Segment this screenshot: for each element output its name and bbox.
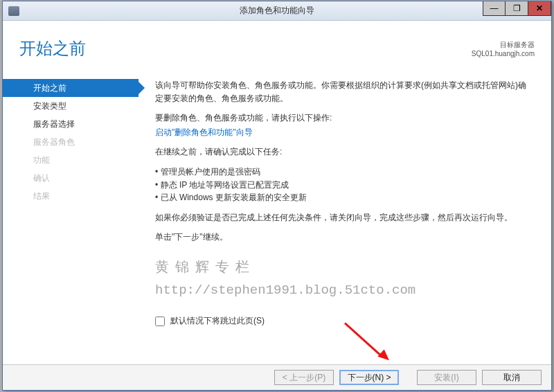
- watermark-title: 黄 锦 辉 专 栏: [155, 256, 532, 278]
- sidebar-item-before-you-begin[interactable]: 开始之前: [3, 79, 138, 97]
- verify-text: 如果你必须验证是否已完成上述任何先决条件，请关闭向导，完成这些步骤，然后再次运行…: [155, 211, 532, 224]
- page-title: 开始之前: [19, 37, 86, 60]
- skip-page-label: 默认情况下将跳过此页(S): [170, 314, 265, 328]
- next-button[interactable]: 下一步(N) >: [339, 370, 399, 385]
- sidebar-item-server-selection[interactable]: 服务器选择: [3, 115, 138, 133]
- next-hint: 单击"下一步"继续。: [155, 231, 532, 244]
- close-button[interactable]: ✕: [528, 1, 551, 16]
- intro-text: 该向导可帮助你安装角色、角色服务或功能。你需要根据组织的计算要求(例如共享文档或…: [155, 79, 532, 105]
- main-panel: 该向导可帮助你安装角色、角色服务或功能。你需要根据组织的计算要求(例如共享文档或…: [138, 21, 551, 366]
- sidebar-item-installation-type[interactable]: 安装类型: [3, 97, 138, 115]
- prereq-item: 已从 Windows 更新安装最新的安全更新: [155, 191, 532, 204]
- target-server-value: SQL01.huangjh.com: [472, 49, 535, 58]
- prereq-item: 静态 IP 地址等网络设置已配置完成: [155, 179, 532, 192]
- footer-bar: < 上一步(P) 下一步(N) > 安装(I) 取消: [3, 364, 551, 390]
- maximize-button[interactable]: ❐: [506, 1, 528, 16]
- target-server-label: 目标服务器: [472, 40, 535, 49]
- minimize-button[interactable]: —: [483, 1, 506, 16]
- window-icon: [8, 6, 19, 16]
- previous-button: < 上一步(P): [274, 370, 334, 385]
- watermark-url: http://stephen1991.blog.51cto.com: [155, 280, 532, 301]
- sidebar-item-results: 结果: [3, 187, 138, 205]
- prereq-label: 在继续之前，请确认完成以下任务:: [155, 145, 532, 159]
- sidebar-item-features: 功能: [3, 151, 138, 169]
- window-controls: — ❐ ✕: [483, 1, 551, 16]
- window-title: 添加角色和功能向导: [240, 5, 314, 17]
- remove-label: 要删除角色、角色服务或功能，请执行以下操作:: [155, 112, 532, 125]
- sidebar: 开始之前 安装类型 服务器选择 服务器角色 功能 确认 结果: [3, 21, 138, 366]
- content-area: 开始之前 安装类型 服务器选择 服务器角色 功能 确认 结果 该向导可帮助你安装…: [3, 21, 551, 366]
- cancel-button[interactable]: 取消: [482, 370, 542, 385]
- title-bar[interactable]: 添加角色和功能向导 — ❐ ✕: [3, 1, 551, 21]
- target-server-block: 目标服务器 SQL01.huangjh.com: [472, 40, 535, 58]
- header: 开始之前 目标服务器 SQL01.huangjh.com: [19, 37, 535, 65]
- remove-roles-link[interactable]: 启动"删除角色和功能"向导: [155, 127, 253, 137]
- prereq-item: 管理员帐户使用的是强密码: [155, 166, 532, 179]
- sidebar-item-confirmation: 确认: [3, 169, 138, 187]
- install-button: 安装(I): [417, 370, 476, 385]
- sidebar-item-server-roles: 服务器角色: [3, 133, 138, 151]
- prereq-list: 管理员帐户使用的是强密码 静态 IP 地址等网络设置已配置完成 已从 Windo…: [155, 166, 532, 204]
- wizard-window: 添加角色和功能向导 — ❐ ✕ 开始之前 目标服务器 SQL01.huangjh…: [2, 1, 552, 391]
- skip-page-checkbox[interactable]: [155, 317, 165, 326]
- skip-page-row: 默认情况下将跳过此页(S): [155, 314, 532, 328]
